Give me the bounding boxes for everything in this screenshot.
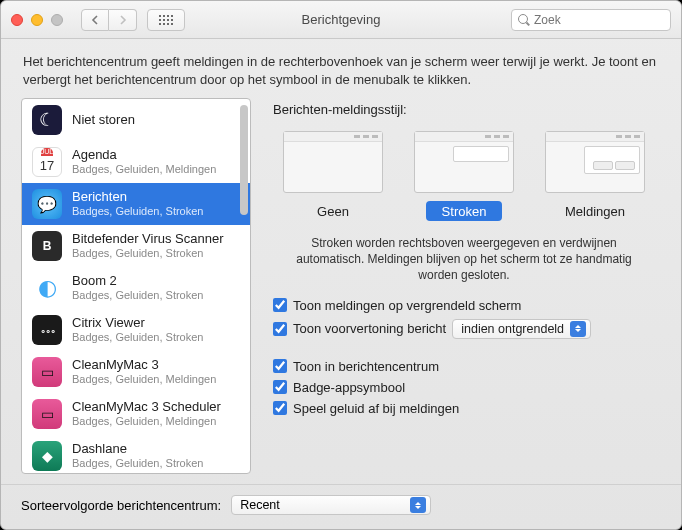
opt-preview-value: indien ontgrendeld — [461, 322, 564, 336]
preview-none — [283, 131, 383, 193]
search-icon — [518, 14, 530, 26]
back-button[interactable] — [81, 9, 109, 31]
moon-icon — [32, 105, 62, 135]
list-item-cleanmymac-scheduler[interactable]: CleanMyMac 3 Scheduler Badges, Geluiden,… — [22, 393, 250, 435]
opt-sound-checkbox[interactable] — [273, 401, 287, 415]
opt-lockscreen[interactable]: Toon meldingen op vergrendeld scherm — [273, 298, 655, 313]
list-item-berichten[interactable]: Berichten Badges, Geluiden, Stroken — [22, 183, 250, 225]
opt-lockscreen-checkbox[interactable] — [273, 298, 287, 312]
list-item-label: Bitdefender Virus Scanner — [72, 232, 224, 247]
sort-select[interactable]: Recent — [231, 495, 431, 515]
opt-badge-label: Badge-appsymbool — [293, 380, 405, 395]
calendar-icon: JUL 17 — [32, 147, 62, 177]
style-none-button[interactable]: Geen — [295, 201, 371, 221]
minimize-window[interactable] — [31, 14, 43, 26]
close-window[interactable] — [11, 14, 23, 26]
show-all-button[interactable] — [147, 9, 185, 31]
nav-buttons — [81, 9, 137, 31]
main-content: Niet storen JUL 17 Agenda Badges, Geluid… — [1, 98, 681, 484]
list-item-sub: Badges, Geluiden, Stroken — [72, 205, 203, 218]
prefs-window: Berichtgeving Het berichtencentrum geeft… — [0, 0, 682, 530]
window-controls — [11, 14, 63, 26]
opt-sound[interactable]: Speel geluid af bij meldingen — [273, 401, 655, 416]
detail-panel: Berichten-meldingsstijl: Geen Stroken Me… — [267, 98, 661, 474]
opt-lockscreen-label: Toon meldingen op vergrendeld scherm — [293, 298, 521, 313]
sort-value: Recent — [240, 498, 280, 512]
options-group-2: Toon in berichtencentrum Badge-appsymboo… — [267, 357, 661, 418]
list-item-sub: Badges, Geluiden, Meldingen — [72, 415, 221, 428]
app-list[interactable]: Niet storen JUL 17 Agenda Badges, Geluid… — [21, 98, 251, 474]
list-item-sub: Badges, Geluiden, Stroken — [72, 247, 224, 260]
list-item-label: Dashlane — [72, 442, 203, 457]
list-item-sub: Badges, Geluiden, Stroken — [72, 331, 203, 344]
search-input[interactable] — [534, 13, 664, 27]
preview-alerts — [545, 131, 645, 193]
updown-icon — [410, 497, 426, 513]
list-item-boom2[interactable]: Boom 2 Badges, Geluiden, Stroken — [22, 267, 250, 309]
style-help-text: Stroken worden rechtsboven weergegeven e… — [267, 231, 661, 286]
updown-icon — [570, 321, 586, 337]
list-item-sub: Badges, Geluiden, Meldingen — [72, 373, 216, 386]
chevron-left-icon — [91, 15, 99, 25]
list-item-label: CleanMyMac 3 — [72, 358, 216, 373]
preview-banners — [414, 131, 514, 193]
list-item-sub: Badges, Geluiden, Stroken — [72, 457, 203, 470]
opt-preview-checkbox[interactable] — [273, 322, 287, 336]
messages-icon — [32, 189, 62, 219]
bitdefender-icon: B — [32, 231, 62, 261]
options-group-1: Toon meldingen op vergrendeld scherm Too… — [267, 296, 661, 341]
search-field[interactable] — [511, 9, 671, 31]
grid-icon — [159, 15, 173, 25]
zoom-window — [51, 14, 63, 26]
opt-badge[interactable]: Badge-appsymbool — [273, 380, 655, 395]
alert-style-label: Berichten-meldingsstijl: — [273, 102, 661, 117]
opt-preview-row: Toon voorvertoning bericht indien ontgre… — [273, 319, 655, 339]
style-banners-button[interactable]: Stroken — [426, 201, 502, 221]
list-item-dnd[interactable]: Niet storen — [22, 99, 250, 141]
sort-label: Sorteervolgorde berichtencentrum: — [21, 498, 221, 513]
list-item-dashlane[interactable]: Dashlane Badges, Geluiden, Stroken — [22, 435, 250, 474]
style-none[interactable]: Geen — [283, 131, 383, 221]
list-item-cleanmymac[interactable]: CleanMyMac 3 Badges, Geluiden, Meldingen — [22, 351, 250, 393]
list-item-sub: Badges, Geluiden, Stroken — [72, 289, 203, 302]
opt-nc-checkbox[interactable] — [273, 359, 287, 373]
opt-notification-center[interactable]: Toon in berichtencentrum — [273, 359, 655, 374]
cleanmymac-icon — [32, 399, 62, 429]
list-item-agenda[interactable]: JUL 17 Agenda Badges, Geluiden, Meldinge… — [22, 141, 250, 183]
style-alerts[interactable]: Meldingen — [545, 131, 645, 221]
list-item-label: CleanMyMac 3 Scheduler — [72, 400, 221, 415]
style-alerts-button[interactable]: Meldingen — [557, 201, 633, 221]
style-banners[interactable]: Stroken — [414, 131, 514, 221]
dashlane-icon — [32, 441, 62, 471]
alert-style-row: Geen Stroken Meldingen — [267, 127, 661, 221]
cleanmymac-icon — [32, 357, 62, 387]
list-item-bitdefender[interactable]: B Bitdefender Virus Scanner Badges, Gelu… — [22, 225, 250, 267]
opt-preview-label: Toon voorvertoning bericht — [293, 321, 446, 336]
list-item-sub: Badges, Geluiden, Meldingen — [72, 163, 216, 176]
opt-nc-label: Toon in berichtencentrum — [293, 359, 439, 374]
bottom-row: Sorteervolgorde berichtencentrum: Recent — [1, 484, 681, 529]
list-item-label: Citrix Viewer — [72, 316, 203, 331]
opt-sound-label: Speel geluid af bij meldingen — [293, 401, 459, 416]
list-item-label: Berichten — [72, 190, 203, 205]
opt-badge-checkbox[interactable] — [273, 380, 287, 394]
chevron-right-icon — [119, 15, 127, 25]
opt-preview-select[interactable]: indien ontgrendeld — [452, 319, 591, 339]
boom2-icon — [32, 273, 62, 303]
list-item-label: Agenda — [72, 148, 216, 163]
list-item-label: Boom 2 — [72, 274, 203, 289]
description-text: Het berichtencentrum geeft meldingen in … — [1, 39, 681, 98]
list-item-citrix[interactable]: Citrix Viewer Badges, Geluiden, Stroken — [22, 309, 250, 351]
citrix-icon — [32, 315, 62, 345]
list-item-label: Niet storen — [72, 113, 135, 128]
titlebar: Berichtgeving — [1, 1, 681, 39]
forward-button[interactable] — [109, 9, 137, 31]
